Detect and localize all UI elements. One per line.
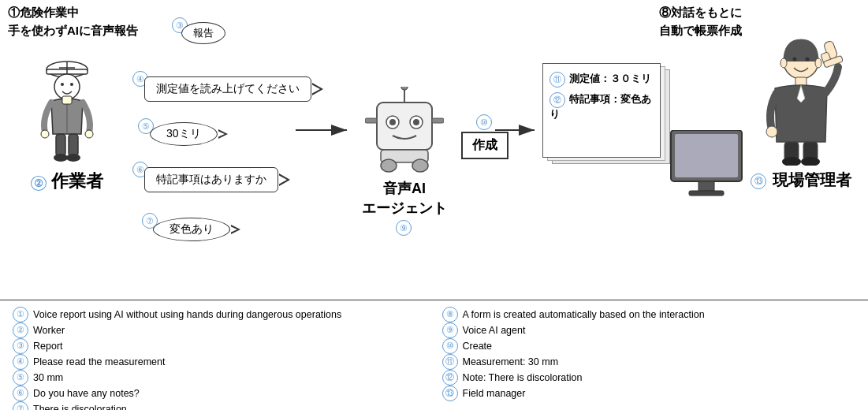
svg-point-41: [766, 126, 777, 137]
svg-rect-25: [432, 118, 444, 123]
svg-point-4: [54, 74, 80, 99]
svg-point-35: [815, 58, 821, 68]
legend-num-1: ①: [13, 307, 28, 322]
doc-stack: ⑪ 測定値：３０ミリ ⑫ 特記事項：変色あり: [542, 63, 676, 181]
legend-item-2: ② Worker: [13, 322, 427, 338]
doc-line1: ⑪ 測定値：３０ミリ: [549, 72, 654, 88]
worker-figure: ② 作業者: [16, 47, 118, 193]
legend-num-13: ⑬: [442, 386, 458, 401]
ai-agent-svg: [365, 87, 444, 173]
svg-point-23: [401, 87, 408, 90]
legend-item-11: ⑪ Measurement: 30 mm: [442, 354, 856, 370]
answer-bubble: 変色あり: [153, 218, 230, 241]
legend-col-right: ⑧ A form is created automatically based …: [442, 307, 856, 410]
legend-text-12: Note: There is discoloration: [463, 370, 583, 386]
worker-label: ② 作業者: [16, 170, 118, 193]
question-bubble: 特記事項はありますか: [144, 167, 278, 192]
ai-agent-num: ⑨: [396, 220, 412, 236]
legend-item-7: ⑦ There is discoloration: [13, 401, 427, 410]
svg-point-20: [389, 119, 396, 125]
ai-agent-figure: 音声AI エージェント ⑨: [353, 87, 456, 236]
doc-line2: ⑫ 特記事項：変色あり: [549, 92, 654, 121]
svg-point-21: [413, 119, 419, 125]
computer-monitor: [667, 130, 746, 203]
value-bubble: 30ミリ: [150, 122, 218, 146]
svg-rect-24: [365, 118, 377, 123]
svg-point-9: [85, 130, 93, 138]
doc-num1: ⑪: [549, 72, 565, 88]
legend-text-1: Voice report using AI without using hand…: [33, 307, 341, 322]
legend-text-8: A form is created automatically based on…: [463, 307, 705, 322]
legend-num-11: ⑪: [442, 354, 458, 370]
legend-text-13: Field manager: [463, 386, 526, 401]
legend-num-4: ④: [13, 354, 28, 370]
svg-point-12: [54, 154, 68, 162]
legend-text-7: There is discoloration: [33, 401, 127, 410]
svg-point-33: [806, 58, 810, 62]
create-num: ⑩: [476, 114, 492, 130]
legend-item-4: ④ Please read the measurement: [13, 354, 427, 370]
legend-num-10: ⑩: [442, 338, 458, 354]
diagram-area: ①危険作業中 手を使わずAIに音声報告 ⑧対話をもとに 自動で帳票作成: [0, 0, 868, 300]
legend-num-9: ⑨: [442, 322, 458, 338]
legend-item-3: ③ Report: [13, 338, 427, 354]
svg-rect-10: [56, 134, 65, 156]
worker-svg: [28, 47, 106, 166]
legend-text-10: Create: [463, 338, 493, 354]
legend-text-11: Measurement: 30 mm: [463, 354, 559, 370]
legend-text-9: Voice AI agent: [463, 322, 526, 338]
svg-point-32: [793, 58, 797, 62]
legend-item-10: ⑩ Create: [442, 338, 856, 354]
manager-svg: [758, 32, 844, 166]
legend-text-6: Do you have any notes?: [33, 386, 140, 401]
legend-item-9: ⑨ Voice AI agent: [442, 322, 856, 338]
svg-point-27: [381, 159, 397, 172]
legend-item-13: ⑬ Field manager: [442, 386, 856, 401]
svg-point-6: [70, 83, 73, 86]
svg-point-34: [780, 58, 787, 68]
legend-item-12: ⑫ Note: There is discoloration: [442, 370, 856, 386]
legend-text-5: 30 mm: [33, 370, 63, 386]
legend-text-3: Report: [33, 338, 63, 354]
request-read-bubble: 測定値を読み上げてください: [144, 76, 311, 102]
monitor-svg: [667, 130, 746, 201]
svg-rect-48: [698, 181, 714, 191]
legend-text-4: Please read the measurement: [33, 354, 165, 370]
main-container: ①危険作業中 手を使わずAIに音声報告 ⑧対話をもとに 自動で帳票作成: [0, 0, 868, 410]
legend-item-8: ⑧ A form is created automatically based …: [442, 307, 856, 322]
legend-num-8: ⑧: [442, 307, 458, 322]
legend-num-5: ⑤: [13, 370, 28, 386]
top-left-heading: ①危険作業中 手を使わずAIに音声報告: [8, 4, 138, 39]
top-right-heading: ⑧対話をもとに 自動で帳票作成: [659, 4, 742, 39]
report-bubble: 報告: [181, 22, 225, 44]
svg-point-8: [41, 130, 49, 138]
legend-area: ① Voice report using AI without using ha…: [0, 300, 868, 410]
svg-point-28: [412, 159, 428, 172]
legend-text-2: Worker: [33, 322, 65, 338]
legend-col-left: ① Voice report using AI without using ha…: [13, 307, 427, 410]
legend-item-6: ⑥ Do you have any notes?: [13, 386, 427, 401]
legend-num-6: ⑥: [13, 386, 28, 401]
worker-num: ②: [31, 176, 47, 191]
svg-point-5: [61, 83, 64, 86]
manager-num: ⑬: [751, 173, 766, 189]
svg-rect-11: [69, 134, 78, 156]
svg-rect-17: [377, 102, 432, 150]
legend-num-2: ②: [13, 322, 28, 338]
legend-num-3: ③: [13, 338, 28, 354]
legend-item-1: ① Voice report using AI without using ha…: [13, 307, 427, 322]
main-arrow-svg: [296, 118, 359, 142]
create-arrow-svg: [495, 122, 542, 138]
legend-num-7: ⑦: [13, 401, 28, 410]
legend-item-5: ⑤ 30 mm: [13, 370, 427, 386]
manager-label: ⑬ 現場管理者: [750, 170, 852, 191]
svg-rect-47: [675, 134, 738, 177]
svg-rect-14: [62, 96, 72, 104]
ai-agent-label: 音声AI エージェント: [353, 179, 456, 218]
svg-rect-49: [689, 191, 724, 196]
manager-figure: ⑬ 現場管理者: [750, 32, 852, 191]
legend-num-12: ⑫: [442, 370, 458, 386]
svg-point-13: [66, 154, 80, 162]
doc-num2: ⑫: [549, 92, 565, 108]
